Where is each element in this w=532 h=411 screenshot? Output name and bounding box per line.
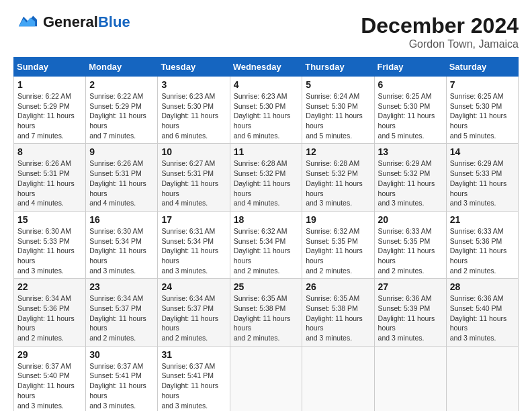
day-number: 20 xyxy=(378,214,443,225)
day-number: 3 xyxy=(161,79,226,90)
location: Gordon Town, Jamaica xyxy=(361,38,519,50)
weekday-header: Friday xyxy=(374,58,446,77)
day-number: 19 xyxy=(306,214,370,225)
day-number: 2 xyxy=(89,79,154,90)
calendar-week-row: 29 Sunrise: 6:37 AMSunset: 5:40 PMDaylig… xyxy=(14,346,519,411)
calendar-cell: 17 Sunrise: 6:31 AMSunset: 5:34 PMDaylig… xyxy=(158,211,230,278)
day-info: Sunrise: 6:34 AMSunset: 5:37 PMDaylight:… xyxy=(161,293,226,342)
day-info: Sunrise: 6:25 AMSunset: 5:30 PMDaylight:… xyxy=(450,91,515,140)
calendar-cell: 31 Sunrise: 6:37 AMSunset: 5:41 PMDaylig… xyxy=(158,346,230,411)
day-info: Sunrise: 6:27 AMSunset: 5:31 PMDaylight:… xyxy=(161,158,226,208)
calendar-cell: 28 Sunrise: 6:36 AMSunset: 5:40 PMDaylig… xyxy=(446,279,518,346)
calendar-cell: 6 Sunrise: 6:25 AMSunset: 5:30 PMDayligh… xyxy=(374,77,446,144)
page-header: GeneralBlue December 2024 Gordon Town, J… xyxy=(13,13,519,50)
day-number: 1 xyxy=(17,79,82,90)
weekday-header: Wednesday xyxy=(230,58,302,77)
calendar-cell: 22 Sunrise: 6:34 AMSunset: 5:36 PMDaylig… xyxy=(14,279,86,346)
day-info: Sunrise: 6:33 AMSunset: 5:35 PMDaylight:… xyxy=(378,226,443,275)
day-number: 16 xyxy=(89,214,154,225)
calendar-cell: 3 Sunrise: 6:23 AMSunset: 5:30 PMDayligh… xyxy=(158,77,230,144)
day-info: Sunrise: 6:28 AMSunset: 5:32 PMDaylight:… xyxy=(234,158,299,208)
logo-blue: Blue xyxy=(98,13,130,30)
calendar-week-row: 15 Sunrise: 6:30 AMSunset: 5:33 PMDaylig… xyxy=(14,211,519,278)
day-info: Sunrise: 6:24 AMSunset: 5:30 PMDaylight:… xyxy=(306,91,370,140)
day-number: 6 xyxy=(378,79,443,90)
day-number: 8 xyxy=(17,146,82,157)
calendar-cell: 9 Sunrise: 6:26 AMSunset: 5:31 PMDayligh… xyxy=(86,144,158,211)
day-info: Sunrise: 6:35 AMSunset: 5:38 PMDaylight:… xyxy=(306,293,370,342)
day-info: Sunrise: 6:23 AMSunset: 5:30 PMDaylight:… xyxy=(234,91,299,140)
calendar-cell: 29 Sunrise: 6:37 AMSunset: 5:40 PMDaylig… xyxy=(14,346,86,411)
weekday-header: Thursday xyxy=(302,58,374,77)
day-info: Sunrise: 6:26 AMSunset: 5:31 PMDaylight:… xyxy=(89,158,154,208)
day-number: 24 xyxy=(161,281,226,292)
day-info: Sunrise: 6:25 AMSunset: 5:30 PMDaylight:… xyxy=(378,91,443,140)
day-number: 31 xyxy=(161,349,226,360)
weekday-header: Tuesday xyxy=(158,58,230,77)
day-info: Sunrise: 6:36 AMSunset: 5:40 PMDaylight:… xyxy=(450,293,515,342)
calendar-cell: 25 Sunrise: 6:35 AMSunset: 5:38 PMDaylig… xyxy=(230,279,302,346)
calendar-cell: 23 Sunrise: 6:34 AMSunset: 5:37 PMDaylig… xyxy=(86,279,158,346)
day-info: Sunrise: 6:37 AMSunset: 5:41 PMDaylight:… xyxy=(161,361,226,410)
day-number: 26 xyxy=(306,281,370,292)
weekday-header-row: SundayMondayTuesdayWednesdayThursdayFrid… xyxy=(14,58,519,77)
day-info: Sunrise: 6:23 AMSunset: 5:30 PMDaylight:… xyxy=(161,91,226,140)
day-number: 17 xyxy=(161,214,226,225)
calendar-cell: 14 Sunrise: 6:29 AMSunset: 5:33 PMDaylig… xyxy=(446,144,518,211)
calendar-week-row: 22 Sunrise: 6:34 AMSunset: 5:36 PMDaylig… xyxy=(14,279,519,346)
day-info: Sunrise: 6:37 AMSunset: 5:40 PMDaylight:… xyxy=(17,361,82,410)
month-title: December 2024 xyxy=(361,13,519,38)
day-number: 23 xyxy=(89,281,154,292)
day-info: Sunrise: 6:37 AMSunset: 5:41 PMDaylight:… xyxy=(89,361,154,410)
day-info: Sunrise: 6:34 AMSunset: 5:36 PMDaylight:… xyxy=(17,293,82,342)
calendar-week-row: 1 Sunrise: 6:22 AMSunset: 5:29 PMDayligh… xyxy=(14,77,519,144)
calendar-cell: 20 Sunrise: 6:33 AMSunset: 5:35 PMDaylig… xyxy=(374,211,446,278)
calendar-cell: 1 Sunrise: 6:22 AMSunset: 5:29 PMDayligh… xyxy=(14,77,86,144)
logo: GeneralBlue xyxy=(13,13,130,31)
day-number: 5 xyxy=(306,79,370,90)
day-number: 30 xyxy=(89,349,154,360)
calendar-cell: 10 Sunrise: 6:27 AMSunset: 5:31 PMDaylig… xyxy=(158,144,230,211)
day-info: Sunrise: 6:22 AMSunset: 5:29 PMDaylight:… xyxy=(17,91,82,140)
calendar-cell: 24 Sunrise: 6:34 AMSunset: 5:37 PMDaylig… xyxy=(158,279,230,346)
day-info: Sunrise: 6:32 AMSunset: 5:34 PMDaylight:… xyxy=(234,226,299,275)
calendar-cell: 11 Sunrise: 6:28 AMSunset: 5:32 PMDaylig… xyxy=(230,144,302,211)
calendar-cell: 30 Sunrise: 6:37 AMSunset: 5:41 PMDaylig… xyxy=(86,346,158,411)
day-number: 4 xyxy=(234,79,299,90)
weekday-header: Saturday xyxy=(446,58,518,77)
calendar-cell: 13 Sunrise: 6:29 AMSunset: 5:32 PMDaylig… xyxy=(374,144,446,211)
calendar-cell: 8 Sunrise: 6:26 AMSunset: 5:31 PMDayligh… xyxy=(14,144,86,211)
day-info: Sunrise: 6:30 AMSunset: 5:33 PMDaylight:… xyxy=(17,226,82,275)
weekday-header: Monday xyxy=(86,58,158,77)
day-info: Sunrise: 6:35 AMSunset: 5:38 PMDaylight:… xyxy=(234,293,299,342)
calendar-cell: 21 Sunrise: 6:33 AMSunset: 5:36 PMDaylig… xyxy=(446,211,518,278)
calendar-cell: 7 Sunrise: 6:25 AMSunset: 5:30 PMDayligh… xyxy=(446,77,518,144)
calendar-cell xyxy=(230,346,302,411)
logo-icon xyxy=(13,15,40,28)
day-info: Sunrise: 6:34 AMSunset: 5:37 PMDaylight:… xyxy=(89,293,154,342)
day-number: 27 xyxy=(378,281,443,292)
day-info: Sunrise: 6:31 AMSunset: 5:34 PMDaylight:… xyxy=(161,226,226,275)
day-number: 11 xyxy=(234,146,299,157)
calendar-cell xyxy=(374,346,446,411)
calendar-cell: 27 Sunrise: 6:36 AMSunset: 5:39 PMDaylig… xyxy=(374,279,446,346)
day-number: 10 xyxy=(161,146,226,157)
day-number: 15 xyxy=(17,214,82,225)
day-info: Sunrise: 6:30 AMSunset: 5:34 PMDaylight:… xyxy=(89,226,154,275)
calendar-cell xyxy=(446,346,518,411)
day-number: 7 xyxy=(450,79,515,90)
day-number: 25 xyxy=(234,281,299,292)
calendar-table: SundayMondayTuesdayWednesdayThursdayFrid… xyxy=(13,57,519,411)
calendar-cell: 2 Sunrise: 6:22 AMSunset: 5:29 PMDayligh… xyxy=(86,77,158,144)
calendar-cell: 26 Sunrise: 6:35 AMSunset: 5:38 PMDaylig… xyxy=(302,279,374,346)
day-info: Sunrise: 6:22 AMSunset: 5:29 PMDaylight:… xyxy=(89,91,154,140)
calendar-cell: 12 Sunrise: 6:28 AMSunset: 5:32 PMDaylig… xyxy=(302,144,374,211)
day-number: 18 xyxy=(234,214,299,225)
logo-general: General xyxy=(43,13,98,30)
day-info: Sunrise: 6:36 AMSunset: 5:39 PMDaylight:… xyxy=(378,293,443,342)
day-info: Sunrise: 6:32 AMSunset: 5:35 PMDaylight:… xyxy=(306,226,370,275)
day-info: Sunrise: 6:33 AMSunset: 5:36 PMDaylight:… xyxy=(450,226,515,275)
day-info: Sunrise: 6:28 AMSunset: 5:32 PMDaylight:… xyxy=(306,158,370,208)
day-number: 22 xyxy=(17,281,82,292)
title-block: December 2024 Gordon Town, Jamaica xyxy=(361,13,519,50)
